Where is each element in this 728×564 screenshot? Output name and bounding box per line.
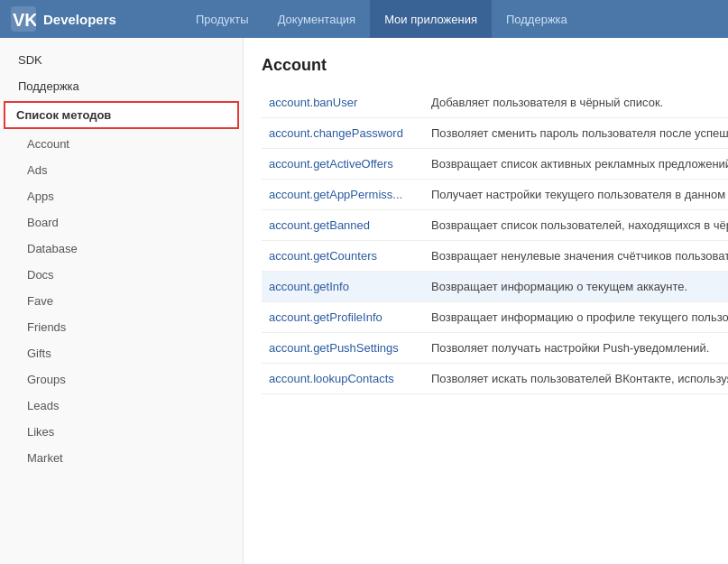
sidebar: SDK Поддержка Список методов Account Ads… — [0, 38, 244, 564]
sidebar-item-apps[interactable]: Apps — [0, 183, 243, 209]
navbar-item-docs[interactable]: Документация — [263, 0, 371, 38]
navbar-menu: Продукты Документация Мои приложения Под… — [127, 0, 728, 38]
api-method-link[interactable]: account.getProfileInfo — [269, 310, 382, 324]
navbar-item-myapps[interactable]: Мои приложения — [370, 0, 492, 38]
api-desc-cell: Возвращает информацию о текущем аккаунте… — [424, 272, 728, 302]
navbar-item-products[interactable]: Продукты — [181, 0, 263, 38]
api-desc: Возвращает информацию о профиле текущего… — [431, 310, 728, 324]
sidebar-item-groups[interactable]: Groups — [0, 366, 243, 393]
api-method-cell: account.getAppPermiss... — [262, 180, 424, 210]
api-table: account.banUser Добавляет пользователя в… — [262, 88, 728, 394]
api-desc-cell: Возвращает список пользователей, находящ… — [424, 210, 728, 241]
api-desc: Возвращает список пользователей, находящ… — [431, 218, 728, 232]
api-method-cell: account.getBanned — [262, 210, 424, 241]
api-desc-cell: Возвращает информацию о профиле текущего… — [424, 302, 728, 333]
sidebar-item-gifts[interactable]: Gifts — [0, 340, 243, 366]
sidebar-item-market[interactable]: Market — [0, 445, 243, 471]
navbar-item-support[interactable]: Поддержка — [492, 0, 582, 38]
api-method-link[interactable]: account.banUser — [269, 96, 357, 109]
navbar: VK Developers Продукты Документация Мои … — [0, 0, 728, 38]
table-row: account.getActiveOffers Возвращает списо… — [262, 149, 728, 180]
api-desc: Позволяет искать пользователей ВКонтакте… — [431, 372, 728, 385]
main-content: Account account.banUser Добавляет пользо… — [244, 38, 728, 564]
table-row: account.lookupContacts Позволяет искать … — [262, 364, 728, 394]
api-method-link[interactable]: account.changePassword — [269, 126, 403, 140]
table-row: account.getCounters Возвращает ненулевые… — [262, 241, 728, 272]
sidebar-item-account[interactable]: Account — [0, 131, 243, 157]
table-row: account.getInfo Возвращает информацию о … — [262, 272, 728, 302]
api-method-cell: account.banUser — [262, 88, 424, 118]
api-desc: Позволяет получать настройки Push-уведом… — [431, 341, 709, 355]
api-desc-cell: Добавляет пользователя в чёрный список. — [424, 88, 728, 118]
sidebar-item-ads[interactable]: Ads — [0, 157, 243, 183]
table-row: account.changePassword Позволяет сменить… — [262, 118, 728, 149]
api-method-link[interactable]: account.getPushSettings — [269, 341, 399, 355]
api-method-cell: account.getCounters — [262, 241, 424, 272]
svg-text:VK: VK — [13, 10, 36, 30]
api-desc-cell: Получает настройки текущего пользователя… — [424, 180, 728, 210]
api-desc: Позволяет сменить пароль пользователя по… — [431, 126, 728, 140]
table-row: account.getAppPermiss... Получает настро… — [262, 180, 728, 210]
sidebar-item-support[interactable]: Поддержка — [0, 73, 243, 99]
sidebar-item-methods[interactable]: Список методов — [4, 101, 239, 129]
api-method-cell: account.getActiveOffers — [262, 149, 424, 180]
api-method-link[interactable]: account.getBanned — [269, 218, 370, 232]
api-desc: Возвращает список активных рекламных пре… — [431, 157, 728, 171]
api-method-link[interactable]: account.getInfo — [269, 280, 349, 293]
navbar-logo[interactable]: VK Developers — [0, 0, 127, 38]
api-method-link[interactable]: account.getCounters — [269, 249, 377, 263]
sidebar-item-leads[interactable]: Leads — [0, 393, 243, 419]
table-row: account.getBanned Возвращает список поль… — [262, 210, 728, 241]
api-desc-cell: Позволяет сменить пароль пользователя по… — [424, 118, 728, 149]
api-method-cell: account.getInfo — [262, 272, 424, 302]
sidebar-item-sdk[interactable]: SDK — [0, 47, 243, 73]
table-row: account.banUser Добавляет пользователя в… — [262, 88, 728, 118]
api-desc: Возвращает ненулевые значения счётчиков … — [431, 249, 728, 263]
api-desc: Добавляет пользователя в чёрный список. — [431, 96, 663, 109]
api-desc-cell: Возвращает список активных рекламных пре… — [424, 149, 728, 180]
table-row: account.getProfileInfo Возвращает информ… — [262, 302, 728, 333]
vk-icon: VK — [11, 6, 36, 32]
api-method-cell: account.getPushSettings — [262, 333, 424, 364]
api-method-link[interactable]: account.lookupContacts — [269, 372, 394, 385]
api-method-cell: account.lookupContacts — [262, 364, 424, 394]
table-row: account.getPushSettings Позволяет получа… — [262, 333, 728, 364]
api-desc-cell: Возвращает ненулевые значения счётчиков … — [424, 241, 728, 272]
api-method-cell: account.getProfileInfo — [262, 302, 424, 333]
api-desc-cell: Позволяет получать настройки Push-уведом… — [424, 333, 728, 364]
api-desc-cell: Позволяет искать пользователей ВКонтакте… — [424, 364, 728, 394]
api-desc: Возвращает информацию о текущем аккаунте… — [431, 280, 687, 293]
sidebar-item-fave[interactable]: Fave — [0, 288, 243, 314]
sidebar-item-database[interactable]: Database — [0, 236, 243, 262]
api-desc: Получает настройки текущего пользователя… — [431, 188, 728, 201]
api-method-link[interactable]: account.getActiveOffers — [269, 157, 393, 171]
api-method-link[interactable]: account.getAppPermiss... — [269, 188, 402, 201]
section-title: Account — [262, 56, 710, 75]
sidebar-item-board[interactable]: Board — [0, 209, 243, 236]
navbar-brand: Developers — [43, 12, 116, 27]
api-method-cell: account.changePassword — [262, 118, 424, 149]
sidebar-item-friends[interactable]: Friends — [0, 314, 243, 340]
content-wrapper: SDK Поддержка Список методов Account Ads… — [0, 38, 728, 564]
sidebar-item-likes[interactable]: Likes — [0, 419, 243, 445]
sidebar-item-docs[interactable]: Docs — [0, 262, 243, 288]
